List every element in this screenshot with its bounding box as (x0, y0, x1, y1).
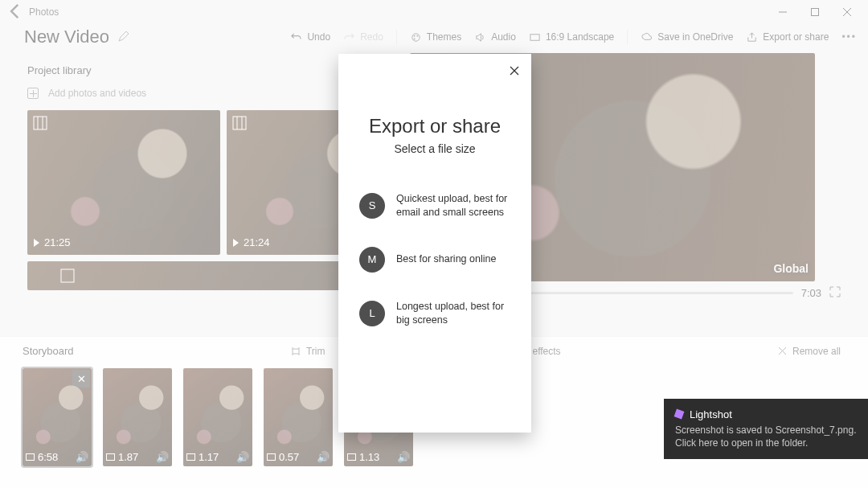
lightshot-icon (674, 409, 685, 420)
modal-subtitle: Select a file size (359, 142, 510, 155)
size-badge: M (359, 247, 385, 273)
size-badge: S (359, 193, 385, 219)
export-option-large[interactable]: L Longest upload, best for big screens (359, 300, 510, 327)
export-option-small[interactable]: S Quickest upload, best for email and sm… (359, 192, 510, 219)
option-desc: Best for sharing online (396, 252, 496, 266)
size-badge: L (359, 301, 385, 326)
toast-line2: Click here to open in the folder. (675, 437, 857, 449)
modal-title: Export or share (359, 115, 510, 137)
modal-close-button[interactable] (504, 60, 525, 81)
option-desc: Longest upload, best for big screens (396, 300, 510, 327)
toast-app: Lightshot (690, 408, 732, 420)
option-desc: Quickest upload, best for email and smal… (396, 192, 510, 219)
export-option-medium[interactable]: M Best for sharing online (359, 247, 510, 273)
export-modal: Export or share Select a file size S Qui… (338, 54, 531, 433)
toast-line1: Screenshot is saved to Screenshot_7.png. (675, 424, 857, 437)
notification-toast[interactable]: Lightshot Screenshot is saved to Screens… (664, 399, 868, 459)
